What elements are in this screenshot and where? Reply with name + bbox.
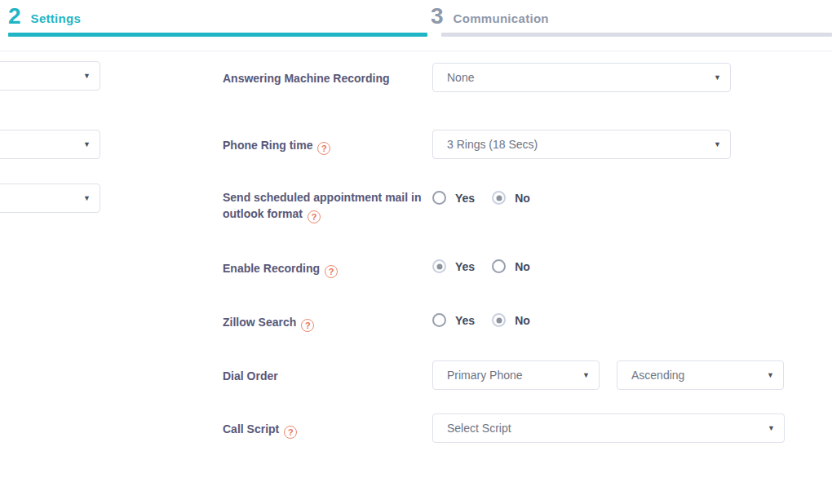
dial-order-field-select[interactable]: Primary Phone ▼ bbox=[432, 360, 600, 390]
step-communication-label: Communication bbox=[454, 11, 549, 28]
label-text: Call Script bbox=[223, 422, 279, 435]
enable-recording-no-label: No bbox=[515, 260, 530, 273]
phone-ring-time-label: Phone Ring time? bbox=[223, 137, 427, 155]
step-communication[interactable]: 3 Communication bbox=[431, 5, 549, 28]
enable-recording-label: Enable Recording? bbox=[223, 260, 427, 278]
call-script-value: Select Script bbox=[447, 422, 511, 435]
enable-recording-yes-radio[interactable] bbox=[432, 259, 446, 273]
chevron-down-icon: ▼ bbox=[767, 371, 774, 379]
zillow-search-label: Zillow Search? bbox=[223, 314, 427, 332]
answering-machine-recording-select[interactable]: None ▼ bbox=[432, 63, 731, 92]
chevron-down-icon: ▼ bbox=[768, 424, 775, 432]
label-text: Zillow Search bbox=[223, 316, 296, 329]
step-settings-number: 2 bbox=[8, 5, 21, 28]
enable-recording-radio-group: Yes No bbox=[432, 259, 530, 273]
help-icon[interactable]: ? bbox=[301, 319, 314, 332]
answering-machine-recording-label: Answering Machine Recording bbox=[223, 70, 427, 86]
chevron-down-icon: ▼ bbox=[83, 140, 91, 148]
step-communication-number: 3 bbox=[431, 5, 444, 28]
left-column-select-1[interactable]: ▼ bbox=[0, 61, 100, 91]
phone-ring-time-select[interactable]: 3 Rings (18 Secs) ▼ bbox=[432, 130, 731, 159]
step-settings-label: Settings bbox=[31, 11, 82, 28]
dial-order-field-value: Primary Phone bbox=[447, 369, 523, 382]
label-text: Send scheduled appointment mail in outlo… bbox=[223, 191, 421, 220]
dial-order-label: Dial Order bbox=[223, 368, 427, 384]
phone-ring-time-value: 3 Rings (18 Secs) bbox=[447, 138, 538, 151]
label-text: Phone Ring time bbox=[223, 139, 312, 152]
panel-divider bbox=[0, 51, 832, 51]
chevron-down-icon: ▼ bbox=[714, 140, 721, 148]
step-communication-progress-bar bbox=[441, 33, 832, 37]
label-text: Answering Machine Recording bbox=[223, 72, 390, 85]
outlook-mail-radio-group: Yes No bbox=[432, 191, 530, 205]
help-icon[interactable]: ? bbox=[317, 142, 330, 155]
dial-order-direction-select[interactable]: Ascending ▼ bbox=[617, 360, 784, 390]
outlook-mail-no-radio[interactable] bbox=[492, 191, 506, 205]
call-script-select[interactable]: Select Script ▼ bbox=[432, 413, 785, 443]
outlook-mail-yes-label: Yes bbox=[455, 192, 475, 205]
help-icon[interactable]: ? bbox=[284, 426, 297, 439]
call-script-label: Call Script? bbox=[223, 421, 427, 439]
enable-recording-yes-label: Yes bbox=[455, 260, 475, 273]
zillow-search-yes-radio[interactable] bbox=[432, 313, 446, 327]
chevron-down-icon: ▼ bbox=[83, 194, 91, 202]
outlook-mail-yes-radio[interactable] bbox=[432, 191, 446, 205]
dial-order-direction-value: Ascending bbox=[631, 369, 684, 382]
zillow-search-yes-label: Yes bbox=[455, 314, 475, 327]
answering-machine-recording-value: None bbox=[447, 71, 474, 84]
left-column-select-2[interactable]: ▼ bbox=[0, 130, 100, 159]
settings-wizard-page: 2 Settings 3 Communication ▼ ▼ ▼ Answeri… bbox=[0, 0, 832, 504]
outlook-mail-no-label: No bbox=[515, 192, 530, 205]
zillow-search-radio-group: Yes No bbox=[432, 313, 530, 327]
step-settings-progress-bar bbox=[8, 33, 427, 37]
help-icon[interactable]: ? bbox=[308, 210, 321, 223]
label-text: Enable Recording bbox=[223, 262, 320, 275]
enable-recording-no-radio[interactable] bbox=[492, 259, 506, 273]
chevron-down-icon: ▼ bbox=[582, 371, 590, 379]
chevron-down-icon: ▼ bbox=[83, 72, 91, 80]
left-column-select-3[interactable]: ▼ bbox=[0, 183, 100, 213]
outlook-mail-label: Send scheduled appointment mail in outlo… bbox=[223, 189, 427, 223]
zillow-search-no-label: No bbox=[515, 314, 530, 327]
chevron-down-icon: ▼ bbox=[714, 73, 721, 82]
zillow-search-no-radio[interactable] bbox=[492, 313, 506, 327]
label-text: Dial Order bbox=[223, 369, 278, 382]
step-settings[interactable]: 2 Settings bbox=[8, 5, 81, 28]
help-icon[interactable]: ? bbox=[325, 265, 338, 278]
